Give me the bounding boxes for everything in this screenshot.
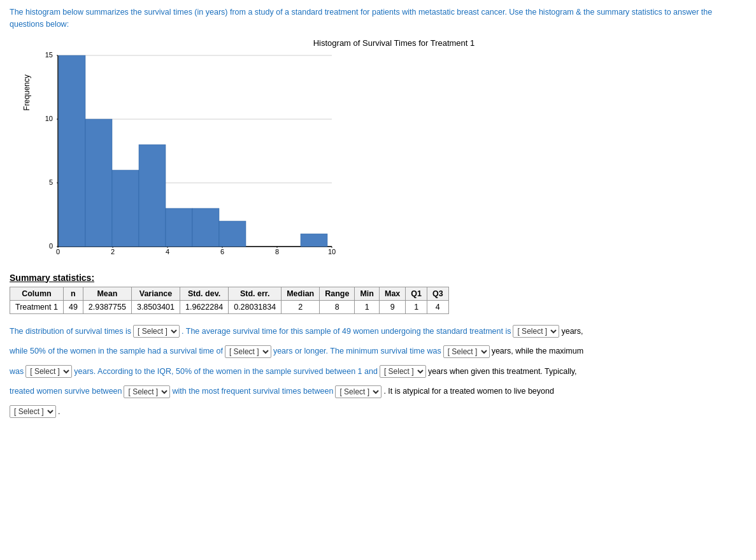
- bar-0-1: [59, 55, 85, 247]
- q3-select-1[interactable]: [ Select ]: [25, 365, 72, 378]
- col-header-median: Median: [282, 287, 320, 300]
- summary-section: Summary statistics: Column n Mean Varian…: [10, 273, 746, 314]
- cell-q1: 1: [406, 300, 427, 313]
- cell-n: 49: [63, 300, 83, 313]
- bar-4-5: [166, 208, 192, 247]
- svg-text:10: 10: [45, 115, 53, 122]
- q3-middle: years. According to the IQR, 50% of the …: [74, 363, 378, 381]
- q1-suffix: years,: [561, 323, 583, 341]
- bar-9-10: [301, 234, 327, 247]
- col-header-q3: Q3: [427, 287, 448, 300]
- question-line-4: treated women survive between [ Select ]…: [10, 383, 746, 401]
- svg-text:0: 0: [49, 242, 53, 250]
- col-header-range: Range: [320, 287, 355, 300]
- q2-select-2[interactable]: [ Select ]: [443, 345, 490, 358]
- col-header-min: Min: [355, 287, 380, 300]
- q1-prefix: The distribution of survival times is: [10, 323, 131, 341]
- q1-select-1[interactable]: [ Select ]: [133, 325, 180, 338]
- cell-range: 8: [320, 300, 355, 313]
- bar-1-2: [85, 119, 112, 247]
- cell-min: 1: [355, 300, 380, 313]
- svg-text:8: 8: [275, 248, 279, 255]
- q2-middle: years or longer. The minimum survival ti…: [273, 343, 441, 361]
- chart-section: Histogram of Survival Times for Treatmen…: [22, 38, 746, 261]
- cell-stderr: 0.28031834: [229, 300, 282, 313]
- q4-middle: with the most frequent survival times be…: [172, 383, 333, 401]
- q4-select-2[interactable]: [ Select ]: [335, 385, 382, 398]
- q3-suffix: years when given this treatment. Typical…: [428, 363, 577, 381]
- cell-column: Treatment 1: [10, 300, 64, 313]
- col-header-variance: Variance: [131, 287, 180, 300]
- col-header-n: n: [63, 287, 83, 300]
- svg-text:Survival times: Survival times: [171, 259, 219, 259]
- cell-max: 9: [379, 300, 405, 313]
- bar-5-6: [192, 208, 219, 247]
- stats-table: Column n Mean Variance Std. dev. Std. er…: [10, 287, 449, 314]
- q5-suffix: .: [58, 403, 60, 421]
- bar-3-4: [139, 145, 166, 247]
- q2-suffix: years, while the maximum: [492, 343, 584, 361]
- question-line-2: while 50% of the women in the sample had…: [10, 343, 746, 361]
- q2-prefix: while 50% of the women in the sample had…: [10, 343, 223, 361]
- bar-2-3: [112, 170, 139, 247]
- svg-text:10: 10: [328, 248, 336, 255]
- q2-select-1[interactable]: [ Select ]: [225, 345, 271, 358]
- q4-prefix: treated women survive between: [10, 383, 122, 401]
- table-row: Treatment 1 49 2.9387755 3.8503401 1.962…: [10, 300, 449, 313]
- table-header-row: Column n Mean Variance Std. dev. Std. er…: [10, 287, 449, 300]
- q1-select-2[interactable]: [ Select ]: [513, 325, 559, 338]
- col-header-stddev: Std. dev.: [180, 287, 229, 300]
- chart-title: Histogram of Survival Times for Treatmen…: [41, 38, 746, 48]
- summary-title: Summary statistics:: [10, 273, 746, 283]
- svg-text:2: 2: [111, 248, 115, 255]
- q5-select-1[interactable]: [ Select ]: [10, 405, 56, 418]
- col-header-column: Column: [10, 287, 64, 300]
- question-line-1: The distribution of survival times is [ …: [10, 323, 746, 341]
- svg-text:15: 15: [45, 51, 53, 59]
- col-header-q1: Q1: [406, 287, 427, 300]
- question-line-5: [ Select ] .: [10, 403, 746, 421]
- col-header-stderr: Std. err.: [229, 287, 282, 300]
- svg-text:5: 5: [49, 178, 53, 186]
- svg-text:6: 6: [220, 248, 224, 255]
- y-axis-label: Frequency: [22, 75, 31, 111]
- cell-mean: 2.9387755: [83, 300, 131, 313]
- q1-middle: . The average survival time for this sam…: [182, 323, 511, 341]
- histogram-chart: 0 5 10 15 0 2 4 6 8: [32, 49, 338, 261]
- intro-text: The histogram below summarizes the survi…: [10, 6, 746, 31]
- col-header-max: Max: [379, 287, 405, 300]
- questions-section: The distribution of survival times is [ …: [10, 323, 746, 421]
- cell-median: 2: [282, 300, 320, 313]
- bar-6-7: [219, 221, 246, 247]
- col-header-mean: Mean: [83, 287, 131, 300]
- cell-q3: 4: [427, 300, 448, 313]
- question-line-3: was [ Select ] years. According to the I…: [10, 363, 746, 381]
- q3-select-2[interactable]: [ Select ]: [380, 365, 426, 378]
- q4-select-1[interactable]: [ Select ]: [124, 385, 170, 398]
- cell-variance: 3.8503401: [131, 300, 180, 313]
- q3-prefix: was: [10, 363, 24, 381]
- histogram-svg: 0 5 10 15 0 2 4 6 8: [32, 49, 338, 259]
- svg-text:4: 4: [166, 248, 169, 255]
- svg-text:0: 0: [56, 248, 60, 255]
- cell-stddev: 1.9622284: [180, 300, 229, 313]
- q4-suffix: . It is atypical for a treated women to …: [383, 383, 554, 401]
